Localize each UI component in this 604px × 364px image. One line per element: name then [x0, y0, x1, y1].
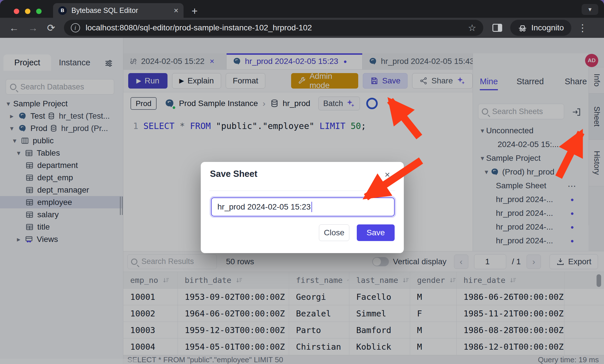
browser-menu-icon[interactable]: ⋮ — [578, 22, 587, 34]
url-text[interactable]: localhost:8080/sql-editor/prod-sample-in… — [86, 23, 468, 32]
browser-tabstrip: B Bytebase SQL Editor × + ▾ — [0, 0, 604, 18]
browser-chrome: B Bytebase SQL Editor × + ▾ ← → ⟳ i loca… — [0, 0, 604, 38]
browser-toolbar: ← → ⟳ i localhost:8080/sql-editor/prod-s… — [0, 18, 604, 38]
bytebase-app: Project Instance ▾ Sample Project ▸ Test… — [0, 38, 604, 364]
url-bar[interactable]: i localhost:8080/sql-editor/prod-sample-… — [64, 20, 483, 36]
browser-window: B Bytebase SQL Editor × + ▾ ← → ⟳ i loca… — [0, 0, 604, 364]
browser-new-tab-button[interactable]: + — [192, 5, 198, 17]
save-sheet-dialog: Save Sheet × hr_prod 2024-02-05 15:23 Cl… — [201, 162, 404, 253]
window-minimize-button[interactable] — [25, 9, 30, 14]
window-zoom-button[interactable] — [36, 9, 42, 14]
incognito-label: Incognito — [531, 23, 564, 32]
dialog-close-button[interactable]: Close — [319, 224, 349, 241]
screen: B Bytebase SQL Editor × + ▾ ← → ⟳ i loca… — [0, 0, 604, 364]
dialog-divider — [209, 191, 395, 191]
dialog-save-button[interactable]: Save — [357, 224, 395, 241]
tab-search-chevron-button[interactable]: ▾ — [582, 4, 598, 15]
site-info-icon[interactable]: i — [71, 23, 80, 32]
window-close-button[interactable] — [14, 9, 19, 14]
forward-button[interactable]: → — [28, 22, 38, 34]
sheet-name-value: hr_prod 2024-02-05 15:23 — [217, 202, 311, 212]
bookmark-star-icon[interactable]: ☆ — [468, 22, 476, 33]
browser-tab-title: Bytebase SQL Editor — [71, 6, 174, 15]
browser-tab-close-icon[interactable]: × — [174, 7, 178, 15]
dialog-close-icon[interactable]: × — [385, 169, 390, 180]
browser-tab[interactable]: B Bytebase SQL Editor × — [53, 3, 184, 18]
incognito-spy-icon — [518, 23, 527, 33]
back-button[interactable]: ← — [9, 22, 19, 34]
reload-button[interactable]: ⟳ — [47, 22, 55, 34]
bytebase-favicon-icon: B — [58, 6, 67, 15]
text-cursor — [311, 202, 312, 212]
incognito-badge: Incognito — [510, 20, 572, 36]
side-panel-icon[interactable] — [492, 24, 502, 32]
dialog-title: Save Sheet — [210, 169, 257, 179]
sheet-name-input[interactable]: hr_prod 2024-02-05 15:23 — [211, 197, 395, 216]
